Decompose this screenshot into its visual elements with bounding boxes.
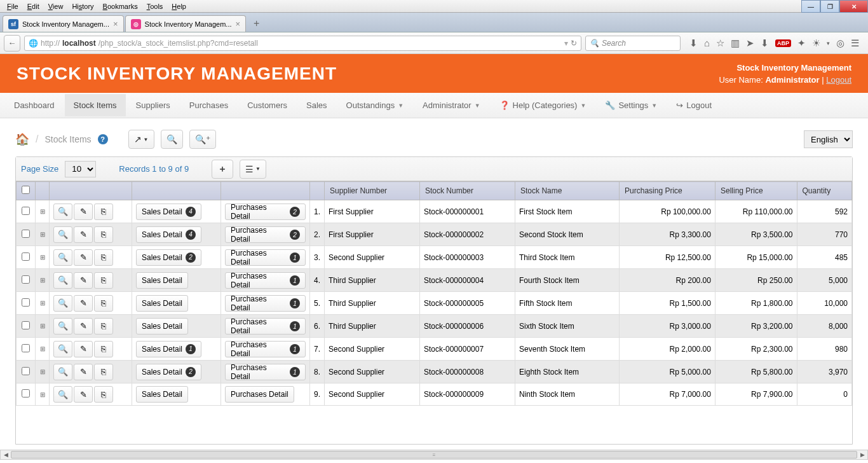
nav-help[interactable]: ❓Help (Categories)▼ [491,94,595,116]
nav-outstandings[interactable]: Outstandings▼ [337,94,413,116]
horizontal-scrollbar[interactable]: ◀ ≡ ▶ [0,450,868,460]
purchases-detail-button[interactable]: Purchases Detail2 [225,226,306,243]
nav-purchases[interactable]: Purchases [180,94,237,116]
save-icon[interactable]: ⬇ [761,38,769,49]
menu-help[interactable]: Help [167,1,191,11]
purchases-detail-button[interactable]: Purchases Detail1 [225,249,306,266]
sales-detail-button[interactable]: Sales Detail [136,386,188,403]
nav-customers[interactable]: Customers [238,94,296,116]
tab-close-icon[interactable]: × [236,19,241,29]
col-supplier[interactable]: Supplier Number [325,182,420,200]
list-options-button[interactable]: ☰▼ [240,160,266,179]
menu-edit[interactable]: Edit [23,1,44,11]
sales-detail-button[interactable]: Sales Detail4 [136,226,201,243]
view-button[interactable]: 🔍 [53,386,72,403]
col-purchasing-price[interactable]: Purchasing Price [620,182,715,200]
view-button[interactable]: 🔍 [53,226,72,243]
scroll-right-icon[interactable]: ▶ [857,450,867,459]
abp-icon[interactable]: ABP [775,39,791,47]
nav-suppliers[interactable]: Suppliers [127,94,179,116]
browser-tab-1[interactable]: sf Stock Inventory Managem... × [3,15,124,32]
edit-button[interactable]: ✎ [74,341,93,357]
row-checkbox[interactable] [22,252,30,261]
edit-button[interactable]: ✎ [74,318,93,335]
tab-close-icon[interactable]: × [113,19,118,29]
expand-icon[interactable]: ⊞ [40,345,45,352]
nav-settings[interactable]: 🔧Settings▼ [596,94,666,116]
view-button[interactable]: 🔍 [53,364,72,380]
row-checkbox[interactable] [22,321,30,329]
view-button[interactable]: 🔍 [53,341,72,357]
sales-detail-button[interactable]: Sales Detail4 [136,204,201,220]
downloads-icon[interactable]: ⬇ [689,38,698,49]
row-checkbox[interactable] [22,275,30,284]
addon-icon[interactable]: ✦ [797,38,806,49]
new-tab-button[interactable]: + [247,15,266,32]
menu-view[interactable]: View [44,1,68,11]
view-button[interactable]: 🔍 [53,318,72,335]
scroll-thumb[interactable]: ≡ [11,451,857,459]
col-quantity[interactable]: Quantity [797,182,852,200]
edit-button[interactable]: ✎ [74,272,93,289]
advanced-search-button[interactable]: 🔍⁺ [189,130,216,149]
copy-button[interactable]: ⎘ [94,295,113,312]
home-icon[interactable]: 🏠 [15,132,29,146]
browser-search-input[interactable]: 🔍 Search [585,36,681,51]
menu-history[interactable]: History [67,1,98,11]
menu-tools[interactable]: Tools [142,1,168,11]
view-button[interactable]: 🔍 [53,295,72,312]
expand-icon[interactable]: ⊞ [40,208,45,215]
purchases-detail-button[interactable]: Purchases Detail1 [225,341,306,357]
send-icon[interactable]: ➤ [746,38,754,49]
nav-stock-items[interactable]: Stock Items [65,94,126,116]
nav-logout[interactable]: ↪Logout [667,94,721,116]
copy-button[interactable]: ⎘ [94,204,113,220]
view-button[interactable]: 🔍 [53,272,72,289]
col-stock-number[interactable]: Stock Number [420,182,515,200]
library-icon[interactable]: ▥ [731,38,740,49]
row-checkbox[interactable] [22,230,30,238]
sales-detail-button[interactable]: Sales Detail2 [136,364,201,380]
target-icon[interactable]: ◎ [836,38,844,49]
url-input[interactable]: 🌐 http://localhost/php_stock/a_stock_ite… [24,36,581,51]
edit-button[interactable]: ✎ [74,386,93,403]
col-selling-price[interactable]: Selling Price [715,182,797,200]
sales-detail-button[interactable]: Sales Detail [136,272,188,289]
copy-button[interactable]: ⎘ [94,226,113,243]
row-checkbox[interactable] [22,298,30,307]
sales-detail-button[interactable]: Sales Detail2 [136,249,201,266]
view-button[interactable]: 🔍 [53,249,72,266]
select-all-checkbox[interactable] [22,186,30,194]
view-button[interactable]: 🔍 [53,204,72,220]
window-minimize[interactable]: — [801,0,820,13]
expand-icon[interactable]: ⊞ [40,391,45,398]
sales-detail-button[interactable]: Sales Detail1 [136,341,201,357]
edit-button[interactable]: ✎ [74,364,93,380]
copy-button[interactable]: ⎘ [94,386,113,403]
bookmark-icon[interactable]: ☆ [716,38,724,49]
nav-dashboard[interactable]: Dashboard [5,94,64,116]
export-button[interactable]: ↗▼ [128,130,154,149]
row-checkbox[interactable] [22,389,30,397]
weather-icon[interactable]: ☀ [812,38,820,49]
expand-icon[interactable]: ⊞ [40,300,45,307]
logout-link[interactable]: Logout [826,75,851,85]
expand-icon[interactable]: ⊞ [40,368,45,375]
purchases-detail-button[interactable]: Purchases Detail [225,386,294,403]
window-close[interactable]: ✕ [839,0,868,13]
add-record-button[interactable]: ＋ [212,160,233,179]
back-button[interactable]: ← [4,35,20,52]
expand-icon[interactable]: ⊞ [40,322,45,329]
edit-button[interactable]: ✎ [74,226,93,243]
menu-bookmarks[interactable]: Bookmarks [98,1,142,11]
scroll-left-icon[interactable]: ◀ [1,450,11,459]
expand-icon[interactable]: ⊞ [40,254,45,261]
window-maximize[interactable]: ❐ [820,0,839,13]
purchases-detail-button[interactable]: Purchases Detail2 [225,204,306,220]
copy-button[interactable]: ⎘ [94,364,113,380]
search-button[interactable]: 🔍 [161,130,183,149]
copy-button[interactable]: ⎘ [94,341,113,357]
purchases-detail-button[interactable]: Purchases Detail1 [225,318,306,335]
row-checkbox[interactable] [22,207,30,215]
help-badge-icon[interactable]: ? [98,134,108,144]
